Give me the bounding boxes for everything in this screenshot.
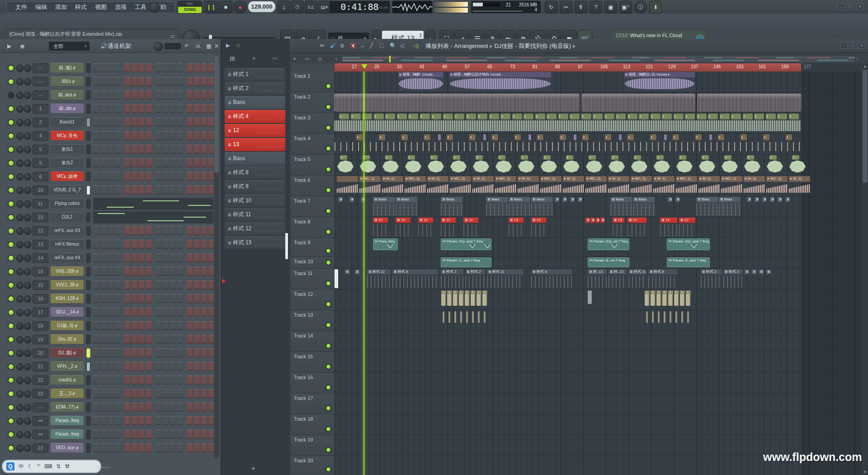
step-button[interactable] <box>124 104 130 113</box>
step-button[interactable] <box>115 118 121 127</box>
rack-play-icon[interactable]: ▶ <box>7 43 11 49</box>
rack-close-icon[interactable]: ✕ <box>214 43 219 49</box>
clip-red[interactable]: ≣ <box>600 218 604 223</box>
step-button[interactable] <box>156 348 161 357</box>
track-lane[interactable]: ⏵⏵⏵⏵⏵⏵⏵⏵⏵⏵⏵⏵⏵⏵⏵⏵⏵⏵⏵⏵⏵ <box>335 155 862 176</box>
oscilloscope[interactable] <box>392 1 432 13</box>
step-button[interactable] <box>93 172 99 181</box>
step-button[interactable] <box>115 63 121 72</box>
step-button[interactable] <box>201 389 207 398</box>
step-button[interactable] <box>177 335 183 344</box>
clip-bass[interactable]: ≣ <box>555 197 559 203</box>
step-button[interactable] <box>93 77 99 86</box>
step-button[interactable] <box>201 158 207 167</box>
track-tab-link-icon[interactable]: ⚯ <box>305 56 309 62</box>
step-button[interactable] <box>170 185 176 195</box>
step-button[interactable] <box>187 131 193 140</box>
step-button[interactable] <box>170 308 176 317</box>
clip-minigreen[interactable]: ⏵ <box>408 155 415 160</box>
channel-volume-knob[interactable] <box>24 214 31 221</box>
step-button[interactable] <box>177 348 183 357</box>
step-button[interactable] <box>146 145 152 154</box>
channel-pan-knob[interactable] <box>16 377 24 384</box>
track-name[interactable]: Track 20 <box>294 458 313 463</box>
channel-name-button[interactable]: VVE..009 ⧣ <box>51 266 84 276</box>
clip-pat[interactable]: ≣ <box>354 269 360 275</box>
minimize-button[interactable]: – <box>837 4 844 10</box>
step-button[interactable] <box>132 158 137 167</box>
step-button[interactable] <box>187 118 193 127</box>
step-button[interactable] <box>93 226 99 235</box>
menu-item-4[interactable]: 视图 <box>95 3 107 11</box>
playlist-speaker-icon[interactable]: ◁) <box>413 43 419 49</box>
step-button[interactable] <box>156 90 161 100</box>
track-name[interactable]: Track 15 <box>294 354 313 359</box>
step-button[interactable] <box>124 77 130 86</box>
clip-mc[interactable]: ▸ M..1) <box>563 176 584 195</box>
channel-mixer-track[interactable]: 14 <box>33 253 48 263</box>
channel-volume-knob[interactable] <box>24 173 31 180</box>
levels-button[interactable]: ⇅ <box>56 463 61 470</box>
track-header[interactable]: Track 8... <box>291 217 335 238</box>
clip-dense[interactable] <box>335 93 579 112</box>
step-button[interactable] <box>139 77 145 86</box>
rack-value-box[interactable]: --- <box>165 43 181 49</box>
clip-pat[interactable]: ≣ 样..13 <box>609 269 627 288</box>
channel-volume-knob[interactable] <box>24 78 31 86</box>
step-button[interactable] <box>201 267 207 276</box>
step-button[interactable] <box>201 63 207 72</box>
clip-bar[interactable]: ⏵ <box>668 290 673 306</box>
clip-brownclip[interactable]: ⏵ <box>537 134 543 140</box>
clip-sliver[interactable] <box>483 134 486 140</box>
step-button[interactable] <box>187 321 193 330</box>
step-button[interactable] <box>115 403 121 412</box>
step-button[interactable] <box>156 416 161 425</box>
clip-brownclip[interactable]: ⏵ <box>401 134 408 140</box>
channel-mixer-track[interactable]: 18 <box>33 321 48 331</box>
channel-name-button[interactable]: KSH..128 ⧣ <box>51 294 84 303</box>
clip-minigreen[interactable]: ⏵ <box>611 155 618 160</box>
step-button[interactable] <box>201 430 207 439</box>
channel-pan-knob[interactable] <box>16 431 24 438</box>
step-button[interactable] <box>93 389 99 398</box>
step-button[interactable] <box>108 362 113 371</box>
step-button[interactable] <box>170 403 176 412</box>
clip-pat[interactable]: ≣ <box>766 269 771 275</box>
step-button[interactable] <box>194 403 200 412</box>
channel-mixer-track[interactable]: 19 <box>33 335 48 344</box>
step-button[interactable] <box>93 90 99 100</box>
clip-white[interactable] <box>335 269 338 288</box>
step-button[interactable] <box>177 321 183 330</box>
clip-minigreen[interactable]: ⏵ <box>566 155 573 160</box>
scroll-up-icon[interactable]: ▲ <box>862 63 868 69</box>
channel-volume-knob[interactable] <box>24 119 31 126</box>
step-button[interactable] <box>115 375 121 385</box>
channel-pan-knob[interactable] <box>16 146 24 153</box>
channel-select-strip[interactable] <box>86 158 90 168</box>
step-button[interactable] <box>156 443 161 452</box>
step-button[interactable] <box>115 308 121 317</box>
playlist-close-button[interactable]: ✕ <box>858 43 865 49</box>
step-button[interactable] <box>132 362 137 371</box>
channel-mixer-track[interactable]: 15 <box>33 280 48 290</box>
step-button[interactable] <box>100 280 106 290</box>
track-lane[interactable] <box>335 373 862 394</box>
clip-red[interactable]: ≣ 12 <box>418 218 433 237</box>
clip-diamond[interactable] <box>518 160 534 174</box>
step-button[interactable] <box>177 118 183 127</box>
clip-bass[interactable]: ≣ Bass <box>610 197 632 216</box>
clip-bass[interactable]: ≣ <box>778 197 782 203</box>
clip-pat[interactable]: ≣ <box>344 269 350 275</box>
step-button[interactable] <box>124 253 130 262</box>
hint-knob[interactable] <box>149 2 160 13</box>
track-name[interactable]: Track 11 <box>294 271 313 276</box>
step-button[interactable] <box>100 294 106 303</box>
step-button[interactable] <box>177 375 183 385</box>
step-button[interactable] <box>194 348 200 357</box>
clip-mc[interactable]: ▸ MC..1) <box>585 176 607 195</box>
track-lane[interactable]: ⏵⏵⏵⏵⏵⏵⏵⏵⏵⏵⏵⏵⏵⏵⏵⏵⏵⏵⏵⏵⏵⏵⏵⏵⏵⏵⏵⏵⏵⏵⏵⏵⏵⏵⏵⏵⏵⏵⏵⏵ <box>335 113 862 134</box>
clip-bass[interactable]: ≣ <box>770 197 774 203</box>
clip-bar[interactable]: ⏵ <box>662 290 667 306</box>
tools-button[interactable]: ⚒ <box>65 463 70 470</box>
graph-icon[interactable]: .ılı. <box>194 43 202 49</box>
